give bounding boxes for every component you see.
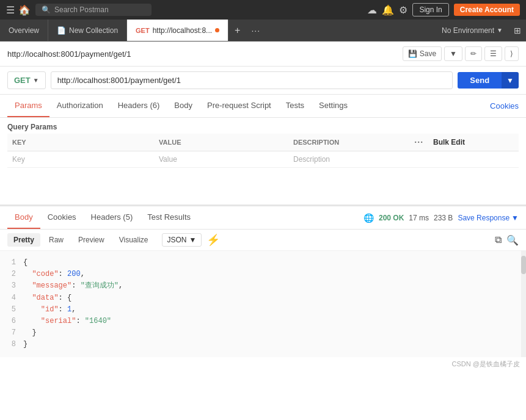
- sidebar-toggle-icon[interactable]: ⊞: [509, 26, 526, 35]
- edit-button[interactable]: ✏: [465, 46, 482, 61]
- param-key-cell[interactable]: Key: [7, 151, 154, 168]
- code-line-2: 2 "code": 200,: [0, 269, 526, 280]
- tab-overview[interactable]: Overview: [0, 20, 48, 41]
- code-line-5: 5 "id": 1,: [0, 304, 526, 316]
- home-icon[interactable]: 🏠: [18, 4, 31, 16]
- top-bar-left: ☰ 🏠: [6, 4, 31, 16]
- add-tab-button[interactable]: +: [228, 25, 246, 36]
- tab-headers[interactable]: Headers (6): [111, 95, 167, 117]
- search-icon: 🔍: [42, 5, 51, 14]
- response-area: Body Cookies Headers (5) Test Results 🌐 …: [0, 205, 526, 371]
- response-tab-cookies[interactable]: Cookies: [40, 206, 84, 229]
- search-placeholder: Search Postman: [54, 5, 109, 14]
- tabs-bar: Overview 📄 New Collection GET http://loc…: [0, 20, 526, 42]
- code-line-4: 4 "data": {: [0, 292, 526, 304]
- url-bar: http://localhost:8001/payment/get/1 💾 Sa…: [0, 42, 526, 67]
- menu-icon[interactable]: ☰: [6, 4, 15, 16]
- save-dropdown-button[interactable]: ▼: [444, 46, 462, 61]
- vertical-scrollbar[interactable]: [521, 251, 526, 357]
- tab-settings[interactable]: Settings: [312, 95, 355, 117]
- globe-icon: 🌐: [363, 213, 374, 223]
- tab-tests[interactable]: Tests: [279, 95, 312, 117]
- unsaved-indicator: [215, 28, 219, 32]
- save-response-button[interactable]: Save Response ▼: [458, 214, 519, 222]
- url-bar-actions: 💾 Save ▼ ✏ ☰ ⟩: [403, 46, 519, 61]
- tab-params[interactable]: Params: [7, 95, 49, 117]
- query-params-title: Query Params: [7, 118, 519, 134]
- response-tabs-bar: Body Cookies Headers (5) Test Results 🌐 …: [0, 206, 526, 230]
- collection-icon: 📄: [57, 26, 66, 35]
- format-preview[interactable]: Preview: [72, 233, 111, 247]
- search-response-icon[interactable]: 🔍: [506, 234, 519, 246]
- tab-authorization[interactable]: Authorization: [49, 95, 111, 117]
- code-line-6: 6 "serial": "1640": [0, 316, 526, 327]
- description-button[interactable]: ☰: [484, 46, 502, 61]
- copy-icon[interactable]: ⧉: [495, 234, 502, 245]
- sign-in-button[interactable]: Sign In: [412, 3, 448, 16]
- format-pretty[interactable]: Pretty: [7, 233, 40, 247]
- code-line-3: 3 "message": "查询成功",: [0, 280, 526, 292]
- method-selector[interactable]: GET ▼: [7, 71, 46, 89]
- code-line-1: 1 {: [0, 257, 526, 269]
- response-tab-body[interactable]: Body: [7, 206, 40, 229]
- code-view: 1 { 2 "code": 200, 3 "message": "查询成功", …: [0, 251, 526, 357]
- cloud-icon[interactable]: ☁: [367, 4, 377, 16]
- status-code: 200 OK: [379, 214, 404, 222]
- method-chevron-icon: ▼: [33, 77, 39, 84]
- tab-body[interactable]: Body: [167, 95, 200, 117]
- response-status: 🌐 200 OK 17 ms 233 B Save Response ▼: [363, 213, 519, 223]
- col-bulk-header[interactable]: Bulk Edit: [428, 134, 519, 151]
- top-bar-right: ☁ 🔔 ⚙ Sign In Create Account: [367, 3, 520, 16]
- response-tab-headers[interactable]: Headers (5): [84, 206, 141, 229]
- request-url-title: http://localhost:8001/payment/get/1: [7, 49, 398, 59]
- bell-icon[interactable]: 🔔: [382, 4, 394, 16]
- filter-icon[interactable]: ⚡: [206, 233, 220, 247]
- sub-tabs: Params Authorization Headers (6) Body Pr…: [0, 95, 526, 118]
- env-chevron-icon: ▼: [497, 27, 503, 34]
- format-bar: Pretty Raw Preview Visualize JSON ▼ ⚡ ⧉ …: [0, 230, 526, 251]
- json-format-selector[interactable]: JSON ▼: [162, 233, 202, 247]
- tab-active-request[interactable]: GET http://localhost:8...: [127, 20, 228, 41]
- more-options-button[interactable]: ⟩: [505, 46, 519, 61]
- code-line-7: 7 }: [0, 327, 526, 339]
- scrollbar-thumb[interactable]: [521, 256, 526, 274]
- send-button-group: Send ▼: [458, 72, 519, 89]
- cookies-link[interactable]: Cookies: [490, 95, 519, 117]
- save-icon: 💾: [408, 49, 417, 58]
- watermark: CSDN @是铁血橘子皮: [0, 357, 526, 371]
- format-right-actions: ⧉ 🔍: [495, 234, 519, 246]
- send-dropdown-button[interactable]: ▼: [502, 72, 519, 89]
- param-desc-cell[interactable]: Description: [288, 151, 409, 168]
- json-chevron-icon: ▼: [189, 236, 197, 244]
- more-tabs-button[interactable]: ···: [246, 26, 265, 35]
- tab-new-collection[interactable]: 📄 New Collection: [48, 20, 127, 41]
- save-response-chevron-icon: ▼: [511, 214, 519, 222]
- env-selector[interactable]: No Environment ▼: [436, 26, 509, 35]
- params-table: KEY VALUE DESCRIPTION ··· Bulk Edit Key …: [7, 134, 519, 168]
- format-raw[interactable]: Raw: [43, 233, 70, 247]
- col-desc-header: DESCRIPTION: [288, 134, 409, 151]
- param-value-cell[interactable]: Value: [154, 151, 288, 168]
- col-key-header: KEY: [7, 134, 154, 151]
- send-button[interactable]: Send: [458, 72, 502, 89]
- col-value-header: VALUE: [154, 134, 288, 151]
- request-bar: GET ▼ Send ▼: [0, 67, 526, 95]
- search-bar[interactable]: 🔍 Search Postman: [35, 4, 152, 16]
- response-size: 233 B: [434, 214, 453, 222]
- format-visualize[interactable]: Visualize: [113, 233, 155, 247]
- code-line-8: 8 }: [0, 339, 526, 350]
- tab-pre-request[interactable]: Pre-request Script: [200, 95, 279, 117]
- create-account-button[interactable]: Create Account: [454, 4, 520, 16]
- top-bar: ☰ 🏠 🔍 Search Postman ☁ 🔔 ⚙ Sign In Creat…: [0, 0, 526, 20]
- col-more-header: ···: [409, 134, 428, 151]
- method-label: GET: [14, 76, 31, 85]
- url-input[interactable]: [51, 71, 453, 89]
- table-row: Key Value Description: [7, 151, 519, 168]
- response-time: 17 ms: [409, 214, 429, 222]
- save-button[interactable]: 💾 Save: [403, 46, 442, 61]
- gear-icon[interactable]: ⚙: [399, 4, 407, 16]
- response-tab-test-results[interactable]: Test Results: [140, 206, 198, 229]
- params-section: Query Params KEY VALUE DESCRIPTION ··· B…: [0, 118, 526, 168]
